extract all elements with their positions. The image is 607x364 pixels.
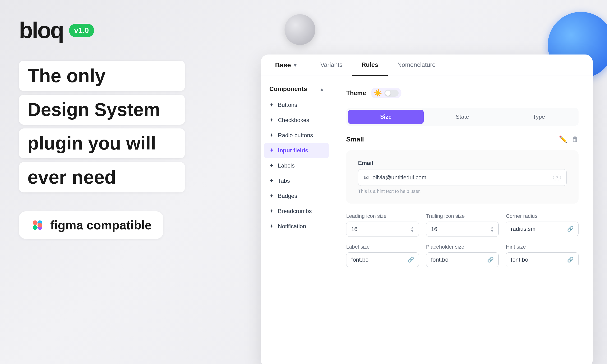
- figma-icon: [30, 218, 45, 232]
- size-title: Small: [346, 136, 364, 143]
- settings-grid: Leading icon size 16 ▲ ▼ Trailing icon s…: [346, 213, 579, 237]
- leading-icon-size-label: Leading icon size: [346, 213, 419, 219]
- sidebar-item-input-fields[interactable]: ✦ Input fields: [264, 143, 329, 158]
- placeholder-size-input[interactable]: font.bo 🔗: [426, 252, 499, 267]
- filter-tab-type[interactable]: Type: [501, 110, 577, 124]
- sidebar-item-radio-buttons[interactable]: ✦ Radio buttons: [261, 128, 332, 143]
- stepper-up-icon: ▲: [490, 226, 494, 229]
- sidebar-section-header: Components ▴: [261, 85, 332, 93]
- sidebar-item-badges[interactable]: ✦ Badges: [261, 188, 332, 204]
- sidebar-item-label: Input fields: [278, 147, 308, 154]
- stepper[interactable]: ▲ ▼: [411, 226, 414, 233]
- tab-nomenclature[interactable]: Nomenclature: [388, 54, 445, 76]
- logo-text: bloq: [19, 19, 63, 42]
- tab-variants[interactable]: Variants: [311, 54, 352, 76]
- font-settings-grid: Label size font.bo 🔗 Placeholder size fo…: [346, 244, 579, 267]
- svg-point-4: [38, 223, 42, 228]
- svg-rect-0: [33, 221, 38, 225]
- link-icon: 🔗: [487, 257, 494, 263]
- sidebar-item-labels[interactable]: ✦ Labels: [261, 158, 332, 173]
- theme-toggle[interactable]: ☀️: [371, 88, 401, 98]
- tab-rules[interactable]: Rules: [352, 54, 388, 76]
- headline-card-2: Design System: [19, 95, 185, 125]
- sidebar-item-label: Tabs: [278, 178, 290, 184]
- size-actions: ✏️ 🗑: [559, 135, 579, 143]
- headline-cards: The only Design System plugin you will e…: [19, 61, 185, 193]
- trailing-icon-size-label: Trailing icon size: [426, 213, 499, 219]
- toggle-thumb: [385, 91, 391, 96]
- chevron-down-icon: ▾: [294, 62, 297, 68]
- size-header: Small ✏️ 🗑: [346, 135, 579, 143]
- placeholder-size-value: font.bo: [431, 256, 448, 263]
- figma-badge: figma compatible: [19, 211, 163, 239]
- link-icon: 🔗: [408, 257, 414, 263]
- label-size-setting: Label size font.bo 🔗: [346, 244, 419, 267]
- trailing-icon-size-value: 16: [431, 226, 437, 233]
- stepper-up-icon: ▲: [411, 226, 414, 229]
- hint-size-label: Hint size: [506, 244, 579, 250]
- sidebar-item-label: Radio buttons: [278, 132, 313, 139]
- theme-row: Theme ☀️: [346, 88, 579, 98]
- sidebar-section-title: Components: [269, 85, 307, 93]
- sparkle-icon: ✦: [269, 132, 274, 138]
- sidebar-item-label: Breadcrumbs: [278, 208, 312, 214]
- email-input-field[interactable]: ✉ olivia@untitledui.com ?: [358, 169, 567, 186]
- hint-size-value: font.bo: [511, 256, 528, 263]
- version-badge: v1.0: [69, 24, 94, 37]
- right-content: Theme ☀️ Size State Type Small: [332, 76, 593, 364]
- sparkle-icon: ✦: [269, 117, 274, 123]
- placeholder-size-setting: Placeholder size font.bo 🔗: [426, 244, 499, 267]
- mail-icon: ✉: [364, 174, 369, 181]
- sidebar-item-checkboxes[interactable]: ✦ Checkboxes: [261, 113, 332, 128]
- label-size-input[interactable]: font.bo 🔗: [346, 252, 419, 267]
- leading-icon-size-setting: Leading icon size 16 ▲ ▼: [346, 213, 419, 237]
- delete-icon[interactable]: 🗑: [572, 135, 579, 143]
- hint-text: This is a hint text to help user.: [358, 189, 567, 194]
- toggle-track[interactable]: [384, 90, 399, 97]
- corner-radius-setting: Corner radius radius.sm 🔗: [506, 213, 579, 237]
- link-icon: 🔗: [567, 257, 574, 263]
- theme-label: Theme: [346, 89, 366, 97]
- sidebar-item-notification[interactable]: ✦ Notification: [261, 219, 332, 234]
- base-label: Base: [275, 61, 291, 69]
- sparkle-icon: ✦: [269, 178, 274, 184]
- hint-size-input[interactable]: font.bo 🔗: [506, 252, 579, 267]
- sidebar-item-buttons[interactable]: ✦ Buttons: [261, 97, 332, 113]
- corner-radius-input[interactable]: radius.sm 🔗: [506, 221, 579, 236]
- sidebar-item-label: Labels: [278, 162, 295, 169]
- nav-tabs: Variants Rules Nomenclature: [311, 54, 579, 76]
- top-nav: Base ▾ Variants Rules Nomenclature: [261, 54, 593, 76]
- sidebar-item-label: Badges: [278, 193, 297, 199]
- sun-icon: ☀️: [374, 89, 382, 97]
- leading-icon-size-value: 16: [351, 226, 357, 233]
- headline-card-3: plugin you will: [19, 129, 185, 158]
- input-value: olivia@untitledui.com: [372, 174, 549, 181]
- sidebar-item-label: Checkboxes: [278, 117, 309, 123]
- leading-icon-size-input[interactable]: 16 ▲ ▼: [346, 221, 419, 237]
- sidebar-item-label: Notification: [278, 223, 306, 230]
- label-size-value: font.bo: [351, 256, 369, 263]
- left-panel: bloq v1.0 The only Design System plugin …: [19, 19, 185, 239]
- edit-icon[interactable]: ✏️: [559, 135, 567, 143]
- sidebar-item-breadcrumbs[interactable]: ✦ Breadcrumbs: [261, 204, 332, 219]
- stepper[interactable]: ▲ ▼: [490, 226, 494, 233]
- help-icon: ?: [553, 174, 561, 181]
- figma-badge-text: figma compatible: [50, 218, 152, 232]
- placeholder-size-label: Placeholder size: [426, 244, 499, 250]
- trailing-icon-size-input[interactable]: 16 ▲ ▼: [426, 221, 499, 237]
- chevron-up-icon[interactable]: ▴: [321, 86, 323, 92]
- stepper-down-icon: ▼: [490, 229, 494, 233]
- size-section: Small ✏️ 🗑 Email ✉ olivia@untitledui.com…: [346, 135, 579, 267]
- label-size-label: Label size: [346, 244, 419, 250]
- sparkle-icon: ✦: [269, 193, 274, 199]
- filter-tab-state[interactable]: State: [425, 110, 500, 124]
- corner-radius-value: radius.sm: [511, 226, 535, 232]
- sparkle-icon: ✦: [269, 147, 274, 154]
- sparkle-icon: ✦: [269, 208, 274, 214]
- sidebar: Components ▴ ✦ Buttons ✦ Checkboxes ✦ Ra…: [261, 76, 332, 364]
- base-selector[interactable]: Base ▾: [275, 61, 297, 69]
- headline-card-4: ever need: [19, 162, 185, 193]
- sidebar-item-tabs[interactable]: ✦ Tabs: [261, 173, 332, 188]
- link-icon: 🔗: [567, 226, 574, 232]
- filter-tab-size[interactable]: Size: [348, 110, 424, 124]
